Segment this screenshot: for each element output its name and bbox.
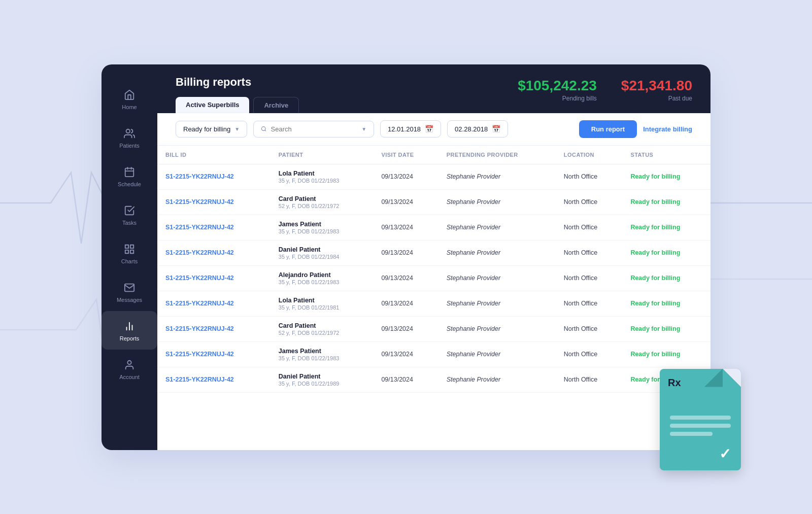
integrate-billing-button[interactable]: Integrate billing bbox=[643, 125, 692, 133]
cell-status-4: Ready for billing bbox=[622, 265, 710, 291]
cell-location-3: North Office bbox=[556, 240, 623, 265]
patient-name-0: Lola Patient bbox=[279, 170, 365, 177]
svg-rect-6 bbox=[130, 245, 133, 248]
bill-id-link-6[interactable]: S1-2215-YK22RNUJ-42 bbox=[165, 325, 234, 332]
cell-provider-6: Stephanie Provider bbox=[438, 316, 556, 341]
cell-status-8: Ready for billing bbox=[622, 367, 710, 392]
col-provider: PRETENDING PROVIDER bbox=[438, 146, 556, 164]
sidebar-item-schedule[interactable]: Schedule bbox=[101, 157, 157, 195]
patient-dob-0: 35 y, F, DOB 01/22/1983 bbox=[279, 178, 365, 184]
cell-bill-id-5[interactable]: S1-2215-YK22RNUJ-42 bbox=[157, 291, 270, 316]
patient-name-4: Alejandro Patient bbox=[279, 271, 365, 279]
table-row: S1-2215-YK22RNUJ-42 Alejandro Patient 35… bbox=[157, 265, 710, 291]
sidebar-item-messages[interactable]: Messages bbox=[101, 272, 157, 311]
cell-visit-date-5: 09/13/2024 bbox=[373, 291, 438, 316]
cell-status-6: Ready for billing bbox=[622, 316, 710, 341]
bill-id-link-0[interactable]: S1-2215-YK22RNUJ-42 bbox=[165, 173, 234, 180]
patient-name-8: Daniel Patient bbox=[279, 373, 365, 380]
cell-patient-5: Lola Patient 35 y, F, DOB 01/22/1981 bbox=[270, 291, 374, 316]
cell-bill-id-4[interactable]: S1-2215-YK22RNUJ-42 bbox=[157, 265, 270, 291]
table-header: BILL ID PATIENT VISIT DATE PRETENDING PR… bbox=[157, 146, 710, 164]
status-badge-0: Ready for billing bbox=[630, 173, 680, 180]
provider-name-8: Stephanie Provider bbox=[447, 376, 500, 383]
date-to-picker[interactable]: 02.28.2018 📅 bbox=[447, 120, 508, 138]
svg-rect-7 bbox=[130, 250, 133, 253]
status-badge-6: Ready for billing bbox=[630, 325, 680, 332]
cell-patient-1: Card Patient 52 y, F, DOB 01/22/1972 bbox=[270, 189, 374, 215]
cell-bill-id-3[interactable]: S1-2215-YK22RNUJ-42 bbox=[157, 240, 270, 265]
cell-bill-id-0[interactable]: S1-2215-YK22RNUJ-42 bbox=[157, 164, 270, 189]
svg-line-14 bbox=[265, 130, 266, 131]
pastdue-amount: $21,341.80 bbox=[621, 78, 692, 94]
patient-name-1: Card Patient bbox=[279, 195, 365, 202]
cell-bill-id-8[interactable]: S1-2215-YK22RNUJ-42 bbox=[157, 367, 270, 392]
filter-label: Ready for billing bbox=[183, 125, 230, 133]
col-location: LOCATION bbox=[556, 146, 623, 164]
svg-rect-1 bbox=[125, 168, 134, 177]
sidebar-item-patients[interactable]: Patients bbox=[101, 118, 157, 157]
table-row: S1-2215-YK22RNUJ-42 James Patient 35 y, … bbox=[157, 341, 710, 367]
cell-status-1: Ready for billing bbox=[622, 189, 710, 215]
bill-id-link-3[interactable]: S1-2215-YK22RNUJ-42 bbox=[165, 249, 234, 256]
patient-dob-4: 35 y, F, DOB 01/22/1983 bbox=[279, 279, 365, 285]
status-badge-7: Ready for billing bbox=[630, 351, 680, 358]
messages-icon bbox=[122, 281, 137, 295]
cell-visit-date-7: 09/13/2024 bbox=[373, 341, 438, 367]
provider-name-3: Stephanie Provider bbox=[447, 249, 500, 256]
sidebar-item-account[interactable]: Account bbox=[101, 350, 157, 388]
search-field-wrap[interactable]: ▼ bbox=[253, 121, 374, 138]
cell-bill-id-6[interactable]: S1-2215-YK22RNUJ-42 bbox=[157, 316, 270, 341]
status-badge-2: Ready for billing bbox=[630, 224, 680, 231]
cell-patient-8: Daniel Patient 35 y, F, DOB 01/22/1989 bbox=[270, 367, 374, 392]
filter-dropdown[interactable]: Ready for billing ▼ bbox=[176, 121, 247, 138]
bill-id-link-7[interactable]: S1-2215-YK22RNUJ-42 bbox=[165, 351, 234, 358]
run-report-button[interactable]: Run report bbox=[579, 120, 637, 138]
search-input[interactable] bbox=[271, 125, 358, 133]
cell-provider-4: Stephanie Provider bbox=[438, 265, 556, 291]
patient-dob-6: 52 y, F, DOB 01/22/1972 bbox=[279, 330, 365, 336]
sidebar-item-charts[interactable]: Charts bbox=[101, 234, 157, 272]
provider-name-4: Stephanie Provider bbox=[447, 275, 500, 282]
tab-archive[interactable]: Archive bbox=[253, 97, 299, 113]
rx-checkmark-icon: ✓ bbox=[719, 446, 731, 462]
billing-table: BILL ID PATIENT VISIT DATE PRETENDING PR… bbox=[157, 146, 710, 393]
pastdue-label: Past due bbox=[668, 95, 692, 102]
bill-id-link-4[interactable]: S1-2215-YK22RNUJ-42 bbox=[165, 275, 234, 282]
cell-location-8: North Office bbox=[556, 367, 623, 392]
cell-visit-date-3: 09/13/2024 bbox=[373, 240, 438, 265]
sidebar-item-label-home: Home bbox=[122, 104, 137, 110]
date-from-picker[interactable]: 12.01.2018 📅 bbox=[380, 120, 441, 138]
cell-patient-6: Card Patient 52 y, F, DOB 01/22/1972 bbox=[270, 316, 374, 341]
header-left: Billing reports Active Superbills Archiv… bbox=[176, 76, 299, 113]
search-chevron-icon: ▼ bbox=[361, 126, 366, 132]
provider-name-2: Stephanie Provider bbox=[447, 224, 500, 231]
table-body: S1-2215-YK22RNUJ-42 Lola Patient 35 y, F… bbox=[157, 164, 710, 392]
bill-id-link-8[interactable]: S1-2215-YK22RNUJ-42 bbox=[165, 376, 234, 383]
table-row: S1-2215-YK22RNUJ-42 Lola Patient 35 y, F… bbox=[157, 164, 710, 189]
sidebar-item-label-account: Account bbox=[119, 374, 140, 380]
cell-bill-id-1[interactable]: S1-2215-YK22RNUJ-42 bbox=[157, 189, 270, 215]
sidebar-item-label-patients: Patients bbox=[119, 143, 140, 149]
pending-label: Pending bills bbox=[562, 95, 597, 102]
bill-id-link-1[interactable]: S1-2215-YK22RNUJ-42 bbox=[165, 198, 234, 205]
sidebar-item-reports[interactable]: Reports bbox=[101, 311, 157, 350]
patient-dob-3: 35 y, F, DOB 01/22/1984 bbox=[279, 254, 365, 260]
cell-location-5: North Office bbox=[556, 291, 623, 316]
bill-id-link-5[interactable]: S1-2215-YK22RNUJ-42 bbox=[165, 300, 234, 307]
cell-patient-2: James Patient 35 y, F, DOB 01/22/1983 bbox=[270, 215, 374, 240]
search-icon bbox=[261, 125, 266, 132]
home-icon bbox=[122, 88, 137, 102]
svg-point-12 bbox=[127, 360, 131, 364]
cell-location-2: North Office bbox=[556, 215, 623, 240]
patient-dob-7: 35 y, F, DOB 01/22/1983 bbox=[279, 355, 365, 361]
cell-bill-id-2[interactable]: S1-2215-YK22RNUJ-42 bbox=[157, 215, 270, 240]
cell-bill-id-7[interactable]: S1-2215-YK22RNUJ-42 bbox=[157, 341, 270, 367]
sidebar-item-tasks[interactable]: Tasks bbox=[101, 195, 157, 234]
status-badge-8: Ready for billing bbox=[630, 376, 680, 383]
bill-id-link-2[interactable]: S1-2215-YK22RNUJ-42 bbox=[165, 224, 234, 231]
tab-active-superbills[interactable]: Active Superbills bbox=[176, 97, 249, 113]
stats-area: $105,242.23 Pending bills $21,341.80 Pas… bbox=[518, 76, 692, 102]
tasks-icon bbox=[122, 203, 137, 218]
cell-provider-3: Stephanie Provider bbox=[438, 240, 556, 265]
sidebar-item-home[interactable]: Home bbox=[101, 80, 157, 118]
